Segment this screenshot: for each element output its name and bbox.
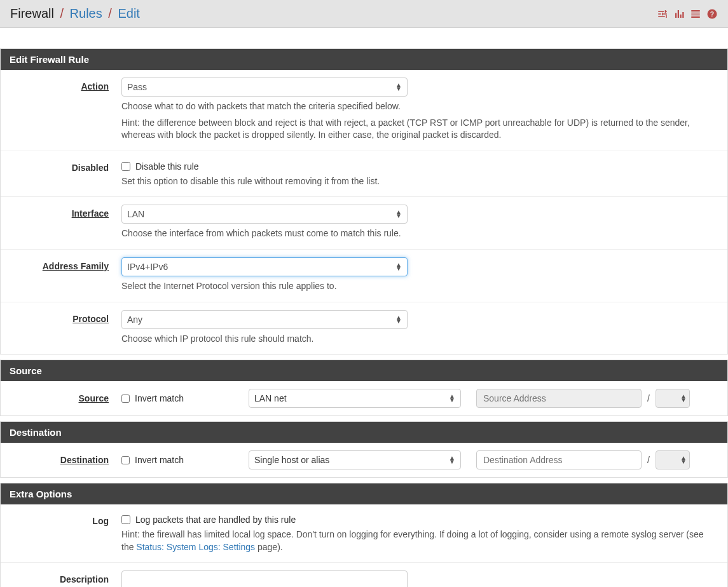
label-action: Action <box>1 78 121 142</box>
select-source-type[interactable]: LAN net ▲▼ <box>249 389 461 408</box>
panel-extra: Extra Options Log Log packets that are h… <box>0 483 728 587</box>
select-source-type-value: LAN net <box>254 393 287 403</box>
log-icon[interactable] <box>690 8 701 20</box>
label-source: Source <box>1 393 121 403</box>
panel-edit-rule: Edit Firewall Rule Action Pass ▲▼ Choose… <box>0 48 728 354</box>
select-action[interactable]: Pass ▲▼ <box>121 78 408 97</box>
panel-source: Source Source Invert match LAN net ▲▼ / … <box>0 360 728 416</box>
chevron-updown-icon: ▲▼ <box>449 395 455 402</box>
checkbox-destination-invert[interactable] <box>121 456 130 464</box>
slash: / <box>644 393 653 403</box>
chart-icon[interactable] <box>673 8 685 20</box>
row-description: Description A description may be entered… <box>1 563 727 587</box>
label-description: Description <box>1 570 121 587</box>
breadcrumb: Firewall / Rules / Edit <box>10 6 140 21</box>
select-interface[interactable]: LAN ▲▼ <box>121 205 408 224</box>
help-icon[interactable]: ? <box>706 8 718 20</box>
label-log: Log <box>1 512 121 553</box>
help-action-2: Hint: the difference between block and r… <box>121 117 715 142</box>
label-address-family: Address Family <box>1 257 121 293</box>
help-address-family: Select the Internet Protocol version thi… <box>121 280 715 293</box>
row-protocol: Protocol Any ▲▼ Choose which IP protocol… <box>1 302 727 354</box>
label-source-invert: Invert match <box>135 393 184 403</box>
chevron-updown-icon: ▲▼ <box>395 263 402 271</box>
chevron-updown-icon: ▲▼ <box>680 456 687 464</box>
chevron-updown-icon: ▲▼ <box>395 83 402 91</box>
input-description[interactable] <box>121 570 408 587</box>
link-syslog-settings[interactable]: Status: System Logs: Settings <box>136 542 255 552</box>
select-source-mask: ▲▼ <box>656 389 690 408</box>
breadcrumb-edit: Edit <box>118 6 139 20</box>
breadcrumb-rules[interactable]: Rules <box>70 6 102 20</box>
select-protocol-value: Any <box>127 314 142 325</box>
panel-destination: Destination Destination Invert match Sin… <box>0 421 728 478</box>
help-log-post: page). <box>255 542 283 552</box>
row-disabled: Disabled Disable this rule Set this opti… <box>1 151 727 198</box>
select-protocol[interactable]: Any ▲▼ <box>121 310 408 329</box>
breadcrumb-firewall[interactable]: Firewall <box>10 6 54 20</box>
select-address-family-value: IPv4+IPv6 <box>127 262 168 272</box>
input-destination-address[interactable] <box>476 450 642 469</box>
label-protocol: Protocol <box>1 310 121 346</box>
help-disabled: Set this option to disable this rule wit… <box>121 175 715 188</box>
select-destination-type-value: Single host or alias <box>254 455 329 465</box>
slash: / <box>644 455 653 465</box>
select-action-value: Pass <box>127 82 147 92</box>
header-toolbar: ? <box>657 8 718 20</box>
panel-title-destination: Destination <box>1 422 727 443</box>
breadcrumb-sep: / <box>108 6 112 20</box>
help-interface: Choose the interface from which packets … <box>121 227 715 240</box>
row-interface: Interface LAN ▲▼ Choose the interface fr… <box>1 197 727 250</box>
checkbox-source-invert[interactable] <box>121 395 130 403</box>
label-disabled: Disabled <box>1 159 121 188</box>
panel-title-extra: Extra Options <box>1 483 727 504</box>
chevron-updown-icon: ▲▼ <box>395 210 402 218</box>
select-destination-mask: ▲▼ <box>656 450 690 469</box>
chevron-updown-icon: ▲▼ <box>680 395 687 402</box>
row-address-family: Address Family IPv4+IPv6 ▲▼ Select the I… <box>1 250 727 302</box>
page-header: Firewall / Rules / Edit ? <box>0 0 728 28</box>
help-log: Hint: the firewall has limited local log… <box>121 529 715 553</box>
chevron-updown-icon: ▲▼ <box>395 316 402 323</box>
breadcrumb-sep: / <box>60 6 64 20</box>
row-log: Log Log packets that are handled by this… <box>1 504 727 563</box>
input-source-address <box>476 389 642 408</box>
help-protocol: Choose which IP protocol this rule shoul… <box>121 333 715 346</box>
panel-title-source: Source <box>1 360 727 381</box>
sliders-icon[interactable] <box>657 8 668 20</box>
checkbox-disabled-label: Disable this rule <box>135 161 199 172</box>
panel-title-edit: Edit Firewall Rule <box>1 49 727 70</box>
label-destination: Destination <box>1 455 121 465</box>
label-destination-invert: Invert match <box>135 455 184 465</box>
row-action: Action Pass ▲▼ Choose what to do with pa… <box>1 70 727 151</box>
checkbox-disabled[interactable] <box>121 162 130 171</box>
row-source: Source Invert match LAN net ▲▼ / ▲▼ <box>1 381 727 415</box>
svg-text:?: ? <box>710 10 714 17</box>
select-destination-type[interactable]: Single host or alias ▲▼ <box>249 450 461 469</box>
checkbox-log[interactable] <box>121 515 130 524</box>
row-destination: Destination Invert match Single host or … <box>1 443 727 477</box>
help-action-1: Choose what to do with packets that matc… <box>121 100 715 113</box>
select-address-family[interactable]: IPv4+IPv6 ▲▼ <box>121 257 408 276</box>
chevron-updown-icon: ▲▼ <box>449 456 455 464</box>
label-interface: Interface <box>1 205 121 240</box>
checkbox-log-label: Log packets that are handled by this rul… <box>135 515 296 525</box>
select-interface-value: LAN <box>127 209 144 219</box>
